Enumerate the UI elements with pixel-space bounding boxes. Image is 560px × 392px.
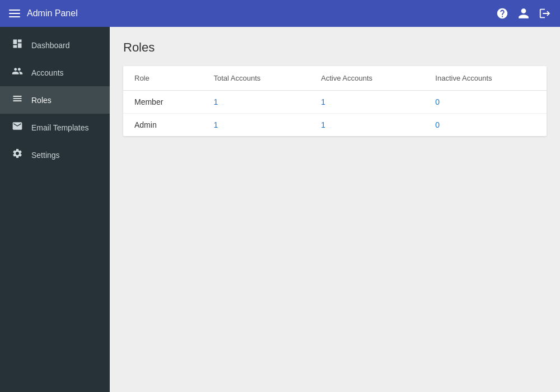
table-body: Member 1 1 0 Admin 1 1 0 xyxy=(123,91,547,137)
top-header: Admin Panel xyxy=(0,0,560,27)
col-role: Role xyxy=(123,66,202,91)
table-header: Role Total Accounts Active Accounts Inac… xyxy=(123,66,547,91)
menu-button[interactable] xyxy=(9,10,20,17)
sidebar-item-settings[interactable]: Settings xyxy=(0,141,110,169)
link-total-admin[interactable]: 1 xyxy=(213,120,218,129)
header-icons xyxy=(496,7,551,20)
link-inactive-admin[interactable]: 0 xyxy=(435,120,440,129)
sidebar-settings-label: Settings xyxy=(31,151,60,160)
col-total-accounts: Total Accounts xyxy=(202,66,310,91)
sidebar-dashboard-label: Dashboard xyxy=(31,41,70,50)
cell-total-member: 1 xyxy=(202,91,310,114)
col-active-accounts: Active Accounts xyxy=(310,66,424,91)
dashboard-icon xyxy=(11,38,24,52)
cell-role-member: Member xyxy=(123,91,202,114)
table-row: Member 1 1 0 xyxy=(123,91,547,114)
logout-icon[interactable] xyxy=(539,7,551,20)
cell-inactive-member: 0 xyxy=(424,91,547,114)
email-templates-icon xyxy=(11,120,24,134)
help-icon[interactable] xyxy=(496,7,508,20)
account-icon[interactable] xyxy=(517,7,530,20)
page-title: Roles xyxy=(123,40,547,55)
cell-total-admin: 1 xyxy=(202,114,310,137)
main-content: Roles Role Total Accounts Active Account… xyxy=(110,27,560,392)
sidebar: Dashboard Accounts Roles Email Templates… xyxy=(0,27,110,392)
link-active-admin[interactable]: 1 xyxy=(321,120,325,129)
cell-inactive-admin: 0 xyxy=(424,114,547,137)
link-active-member[interactable]: 1 xyxy=(321,97,325,106)
link-total-member[interactable]: 1 xyxy=(213,97,218,106)
roles-table-card: Role Total Accounts Active Accounts Inac… xyxy=(123,66,547,136)
sidebar-item-accounts[interactable]: Accounts xyxy=(0,59,110,86)
col-inactive-accounts: Inactive Accounts xyxy=(424,66,547,91)
settings-icon xyxy=(11,148,24,162)
sidebar-item-roles[interactable]: Roles xyxy=(0,86,110,114)
cell-role-admin: Admin xyxy=(123,114,202,137)
table-row: Admin 1 1 0 xyxy=(123,114,547,137)
sidebar-item-email-templates[interactable]: Email Templates xyxy=(0,114,110,141)
table-header-row: Role Total Accounts Active Accounts Inac… xyxy=(123,66,547,91)
accounts-icon xyxy=(11,66,24,80)
sidebar-accounts-label: Accounts xyxy=(31,68,64,77)
link-inactive-member[interactable]: 0 xyxy=(435,97,440,106)
sidebar-roles-label: Roles xyxy=(31,96,52,105)
app-title: Admin Panel xyxy=(27,8,78,18)
roles-table: Role Total Accounts Active Accounts Inac… xyxy=(123,66,547,136)
main-layout: Dashboard Accounts Roles Email Templates… xyxy=(0,27,560,392)
sidebar-email-templates-label: Email Templates xyxy=(31,123,88,132)
cell-active-member: 1 xyxy=(310,91,424,114)
header-left: Admin Panel xyxy=(9,8,78,18)
roles-icon xyxy=(11,93,24,107)
cell-active-admin: 1 xyxy=(310,114,424,137)
sidebar-item-dashboard[interactable]: Dashboard xyxy=(0,31,110,59)
